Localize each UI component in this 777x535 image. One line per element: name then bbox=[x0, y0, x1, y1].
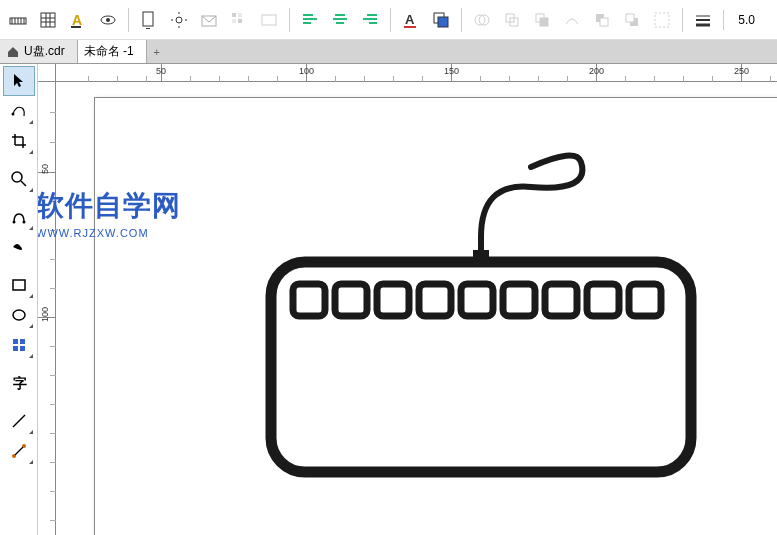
polygon-tool[interactable] bbox=[3, 330, 35, 360]
svg-point-61 bbox=[13, 310, 25, 320]
artistic-media-tool[interactable] bbox=[3, 232, 35, 262]
svg-point-59 bbox=[22, 221, 25, 224]
svg-rect-42 bbox=[540, 18, 548, 26]
freehand-tool[interactable] bbox=[3, 202, 35, 232]
canvas[interactable]: 软件自学网 WWW.RJZXW.COM bbox=[56, 82, 777, 535]
text-fill-icon[interactable]: A bbox=[397, 6, 425, 34]
svg-rect-22 bbox=[238, 19, 242, 23]
svg-text:字: 字 bbox=[13, 375, 27, 391]
zoom-tool[interactable] bbox=[3, 164, 35, 194]
svg-point-17 bbox=[176, 17, 182, 23]
home-icon bbox=[6, 45, 20, 59]
svg-text:A: A bbox=[405, 12, 415, 27]
separator bbox=[461, 8, 462, 32]
page-setup-icon[interactable] bbox=[135, 6, 163, 34]
tool-palette: 字 bbox=[0, 64, 38, 535]
svg-rect-36 bbox=[438, 17, 448, 27]
text-format-a-icon[interactable]: A bbox=[64, 6, 92, 34]
svg-rect-34 bbox=[404, 26, 416, 28]
svg-rect-46 bbox=[626, 14, 634, 22]
back-minus-front-icon[interactable] bbox=[618, 6, 646, 34]
align-left-icon[interactable] bbox=[296, 6, 324, 34]
ruler-corner[interactable] bbox=[38, 64, 56, 82]
add-tab-button[interactable]: + bbox=[147, 40, 167, 63]
dimension-tool[interactable] bbox=[3, 406, 35, 436]
svg-rect-44 bbox=[600, 18, 608, 26]
object-front-icon[interactable] bbox=[427, 6, 455, 34]
ellipse-tool[interactable] bbox=[3, 300, 35, 330]
text-tool[interactable]: 字 bbox=[3, 368, 35, 398]
vertical-ruler[interactable]: 50 100 bbox=[38, 82, 56, 535]
dimension-tool-icon[interactable] bbox=[4, 6, 32, 34]
svg-rect-79 bbox=[545, 284, 577, 316]
line-width-value[interactable]: 5.0 bbox=[723, 10, 757, 30]
svg-line-57 bbox=[21, 181, 26, 186]
settings-icon[interactable] bbox=[165, 6, 193, 34]
svg-rect-19 bbox=[232, 13, 236, 17]
line-width-icon[interactable] bbox=[689, 6, 717, 34]
svg-point-58 bbox=[12, 221, 15, 224]
separator bbox=[289, 8, 290, 32]
trace-icon[interactable] bbox=[255, 6, 283, 34]
svg-rect-65 bbox=[20, 346, 25, 351]
svg-rect-75 bbox=[377, 284, 409, 316]
visibility-icon[interactable] bbox=[94, 6, 122, 34]
watermark-url: WWW.RJZXW.COM bbox=[38, 227, 181, 239]
watermark-text: 软件自学网 bbox=[38, 187, 181, 225]
canvas-area: 50 100 150 200 250 50 100 软件自学网 WWW.RJZX… bbox=[38, 64, 777, 535]
svg-rect-20 bbox=[238, 13, 242, 17]
svg-rect-63 bbox=[20, 339, 25, 344]
front-minus-back-icon[interactable] bbox=[588, 6, 616, 34]
main-toolbar: A A 5.0 bbox=[0, 0, 777, 40]
boundary-icon[interactable] bbox=[648, 6, 676, 34]
tab-upan[interactable]: U盘.cdr bbox=[0, 40, 78, 63]
svg-rect-15 bbox=[143, 12, 153, 26]
svg-point-14 bbox=[106, 18, 110, 22]
svg-rect-64 bbox=[13, 346, 18, 351]
trim-icon[interactable] bbox=[498, 6, 526, 34]
svg-rect-74 bbox=[335, 284, 367, 316]
svg-rect-6 bbox=[41, 13, 55, 27]
tab-label: U盘.cdr bbox=[24, 43, 65, 60]
pick-tool[interactable] bbox=[3, 66, 35, 96]
separator bbox=[390, 8, 391, 32]
svg-rect-73 bbox=[293, 284, 325, 316]
connector-tool[interactable] bbox=[3, 436, 35, 466]
tab-label: 未命名 -1 bbox=[84, 43, 134, 60]
intersect-icon[interactable] bbox=[528, 6, 556, 34]
svg-rect-78 bbox=[503, 284, 535, 316]
simplify-icon[interactable] bbox=[558, 6, 586, 34]
svg-rect-62 bbox=[13, 339, 18, 344]
horizontal-ruler[interactable]: 50 100 150 200 250 bbox=[56, 64, 777, 82]
svg-rect-80 bbox=[587, 284, 619, 316]
envelope-tool-icon[interactable] bbox=[195, 6, 223, 34]
align-right-icon[interactable] bbox=[356, 6, 384, 34]
svg-rect-60 bbox=[13, 280, 25, 290]
document-tabs: U盘.cdr 未命名 -1 + bbox=[0, 40, 777, 64]
svg-rect-77 bbox=[461, 284, 493, 316]
svg-rect-81 bbox=[629, 284, 661, 316]
svg-rect-23 bbox=[262, 15, 276, 25]
svg-rect-76 bbox=[419, 284, 451, 316]
svg-point-51 bbox=[11, 113, 14, 116]
svg-rect-12 bbox=[71, 26, 81, 28]
svg-point-56 bbox=[12, 172, 22, 182]
keyboard-drawing bbox=[251, 142, 711, 482]
svg-rect-47 bbox=[655, 13, 669, 27]
shape-tool[interactable] bbox=[3, 96, 35, 126]
tab-unnamed[interactable]: 未命名 -1 bbox=[78, 40, 147, 63]
separator bbox=[682, 8, 683, 32]
svg-line-67 bbox=[13, 415, 25, 427]
align-center-icon[interactable] bbox=[326, 6, 354, 34]
crop-tool[interactable] bbox=[3, 126, 35, 156]
watermark: 软件自学网 WWW.RJZXW.COM bbox=[38, 187, 181, 239]
weld-icon[interactable] bbox=[468, 6, 496, 34]
svg-rect-16 bbox=[146, 28, 150, 29]
bitmap-icon[interactable] bbox=[225, 6, 253, 34]
rectangle-tool[interactable] bbox=[3, 270, 35, 300]
separator bbox=[128, 8, 129, 32]
svg-text:A: A bbox=[72, 12, 82, 28]
svg-rect-21 bbox=[232, 19, 236, 23]
grid-tool-icon[interactable] bbox=[34, 6, 62, 34]
svg-line-70 bbox=[15, 447, 23, 455]
